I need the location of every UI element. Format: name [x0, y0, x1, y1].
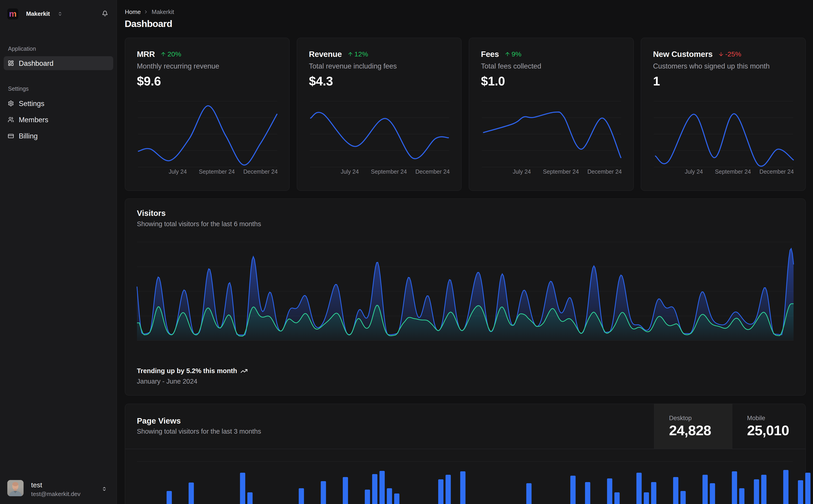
- svg-text:m: m: [9, 9, 17, 19]
